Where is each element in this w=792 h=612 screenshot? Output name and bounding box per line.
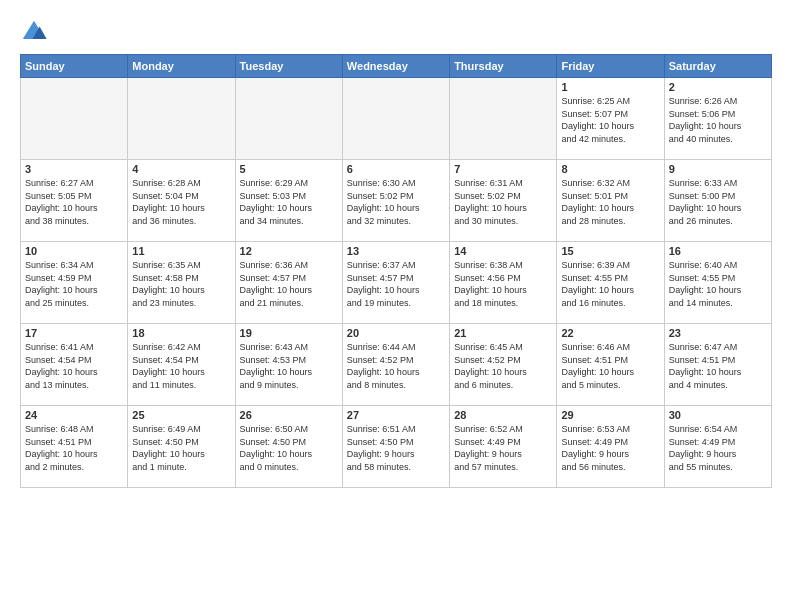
calendar-week-4: 24Sunrise: 6:48 AM Sunset: 4:51 PM Dayli… [21,406,772,488]
calendar-cell: 23Sunrise: 6:47 AM Sunset: 4:51 PM Dayli… [664,324,771,406]
day-info: Sunrise: 6:53 AM Sunset: 4:49 PM Dayligh… [561,423,659,473]
day-info: Sunrise: 6:45 AM Sunset: 4:52 PM Dayligh… [454,341,552,391]
calendar-cell: 27Sunrise: 6:51 AM Sunset: 4:50 PM Dayli… [342,406,449,488]
day-number: 14 [454,245,552,257]
day-number: 7 [454,163,552,175]
calendar-week-2: 10Sunrise: 6:34 AM Sunset: 4:59 PM Dayli… [21,242,772,324]
day-info: Sunrise: 6:26 AM Sunset: 5:06 PM Dayligh… [669,95,767,145]
calendar-week-1: 3Sunrise: 6:27 AM Sunset: 5:05 PM Daylig… [21,160,772,242]
day-number: 6 [347,163,445,175]
day-number: 20 [347,327,445,339]
calendar-cell: 8Sunrise: 6:32 AM Sunset: 5:01 PM Daylig… [557,160,664,242]
calendar-header-saturday: Saturday [664,55,771,78]
calendar-cell: 3Sunrise: 6:27 AM Sunset: 5:05 PM Daylig… [21,160,128,242]
calendar-cell [21,78,128,160]
calendar-week-0: 1Sunrise: 6:25 AM Sunset: 5:07 PM Daylig… [21,78,772,160]
day-number: 25 [132,409,230,421]
calendar-cell: 9Sunrise: 6:33 AM Sunset: 5:00 PM Daylig… [664,160,771,242]
calendar-cell: 11Sunrise: 6:35 AM Sunset: 4:58 PM Dayli… [128,242,235,324]
day-info: Sunrise: 6:31 AM Sunset: 5:02 PM Dayligh… [454,177,552,227]
day-info: Sunrise: 6:40 AM Sunset: 4:55 PM Dayligh… [669,259,767,309]
calendar-cell: 12Sunrise: 6:36 AM Sunset: 4:57 PM Dayli… [235,242,342,324]
day-info: Sunrise: 6:43 AM Sunset: 4:53 PM Dayligh… [240,341,338,391]
day-number: 18 [132,327,230,339]
day-info: Sunrise: 6:29 AM Sunset: 5:03 PM Dayligh… [240,177,338,227]
calendar-cell: 30Sunrise: 6:54 AM Sunset: 4:49 PM Dayli… [664,406,771,488]
calendar-header-tuesday: Tuesday [235,55,342,78]
calendar: SundayMondayTuesdayWednesdayThursdayFrid… [20,54,772,488]
day-number: 27 [347,409,445,421]
logo-icon [20,18,48,46]
calendar-cell: 7Sunrise: 6:31 AM Sunset: 5:02 PM Daylig… [450,160,557,242]
day-info: Sunrise: 6:51 AM Sunset: 4:50 PM Dayligh… [347,423,445,473]
calendar-cell [342,78,449,160]
calendar-cell: 1Sunrise: 6:25 AM Sunset: 5:07 PM Daylig… [557,78,664,160]
day-info: Sunrise: 6:41 AM Sunset: 4:54 PM Dayligh… [25,341,123,391]
calendar-header-friday: Friday [557,55,664,78]
day-number: 22 [561,327,659,339]
day-info: Sunrise: 6:32 AM Sunset: 5:01 PM Dayligh… [561,177,659,227]
calendar-cell [450,78,557,160]
calendar-cell: 22Sunrise: 6:46 AM Sunset: 4:51 PM Dayli… [557,324,664,406]
calendar-cell: 19Sunrise: 6:43 AM Sunset: 4:53 PM Dayli… [235,324,342,406]
calendar-cell: 2Sunrise: 6:26 AM Sunset: 5:06 PM Daylig… [664,78,771,160]
calendar-cell: 6Sunrise: 6:30 AM Sunset: 5:02 PM Daylig… [342,160,449,242]
calendar-cell [128,78,235,160]
day-number: 2 [669,81,767,93]
day-number: 30 [669,409,767,421]
day-number: 16 [669,245,767,257]
calendar-cell [235,78,342,160]
calendar-cell: 15Sunrise: 6:39 AM Sunset: 4:55 PM Dayli… [557,242,664,324]
calendar-cell: 25Sunrise: 6:49 AM Sunset: 4:50 PM Dayli… [128,406,235,488]
calendar-cell: 16Sunrise: 6:40 AM Sunset: 4:55 PM Dayli… [664,242,771,324]
logo [20,18,52,46]
calendar-header-sunday: Sunday [21,55,128,78]
day-number: 21 [454,327,552,339]
day-number: 17 [25,327,123,339]
day-number: 12 [240,245,338,257]
day-info: Sunrise: 6:30 AM Sunset: 5:02 PM Dayligh… [347,177,445,227]
calendar-cell: 21Sunrise: 6:45 AM Sunset: 4:52 PM Dayli… [450,324,557,406]
calendar-cell: 10Sunrise: 6:34 AM Sunset: 4:59 PM Dayli… [21,242,128,324]
page: SundayMondayTuesdayWednesdayThursdayFrid… [0,0,792,612]
calendar-header-thursday: Thursday [450,55,557,78]
day-info: Sunrise: 6:35 AM Sunset: 4:58 PM Dayligh… [132,259,230,309]
calendar-week-3: 17Sunrise: 6:41 AM Sunset: 4:54 PM Dayli… [21,324,772,406]
day-info: Sunrise: 6:44 AM Sunset: 4:52 PM Dayligh… [347,341,445,391]
day-number: 3 [25,163,123,175]
calendar-cell: 17Sunrise: 6:41 AM Sunset: 4:54 PM Dayli… [21,324,128,406]
calendar-cell: 26Sunrise: 6:50 AM Sunset: 4:50 PM Dayli… [235,406,342,488]
day-info: Sunrise: 6:52 AM Sunset: 4:49 PM Dayligh… [454,423,552,473]
day-info: Sunrise: 6:49 AM Sunset: 4:50 PM Dayligh… [132,423,230,473]
day-number: 15 [561,245,659,257]
day-number: 29 [561,409,659,421]
calendar-cell: 18Sunrise: 6:42 AM Sunset: 4:54 PM Dayli… [128,324,235,406]
header [20,18,772,46]
day-number: 10 [25,245,123,257]
day-info: Sunrise: 6:27 AM Sunset: 5:05 PM Dayligh… [25,177,123,227]
day-info: Sunrise: 6:48 AM Sunset: 4:51 PM Dayligh… [25,423,123,473]
day-number: 8 [561,163,659,175]
calendar-cell: 28Sunrise: 6:52 AM Sunset: 4:49 PM Dayli… [450,406,557,488]
day-info: Sunrise: 6:34 AM Sunset: 4:59 PM Dayligh… [25,259,123,309]
day-info: Sunrise: 6:37 AM Sunset: 4:57 PM Dayligh… [347,259,445,309]
day-info: Sunrise: 6:42 AM Sunset: 4:54 PM Dayligh… [132,341,230,391]
day-number: 19 [240,327,338,339]
calendar-header-wednesday: Wednesday [342,55,449,78]
calendar-cell: 24Sunrise: 6:48 AM Sunset: 4:51 PM Dayli… [21,406,128,488]
calendar-header-monday: Monday [128,55,235,78]
day-number: 26 [240,409,338,421]
day-info: Sunrise: 6:47 AM Sunset: 4:51 PM Dayligh… [669,341,767,391]
day-info: Sunrise: 6:46 AM Sunset: 4:51 PM Dayligh… [561,341,659,391]
day-info: Sunrise: 6:54 AM Sunset: 4:49 PM Dayligh… [669,423,767,473]
calendar-cell: 14Sunrise: 6:38 AM Sunset: 4:56 PM Dayli… [450,242,557,324]
day-number: 11 [132,245,230,257]
day-number: 4 [132,163,230,175]
day-info: Sunrise: 6:28 AM Sunset: 5:04 PM Dayligh… [132,177,230,227]
calendar-cell: 13Sunrise: 6:37 AM Sunset: 4:57 PM Dayli… [342,242,449,324]
day-info: Sunrise: 6:25 AM Sunset: 5:07 PM Dayligh… [561,95,659,145]
calendar-cell: 4Sunrise: 6:28 AM Sunset: 5:04 PM Daylig… [128,160,235,242]
day-number: 23 [669,327,767,339]
calendar-header-row: SundayMondayTuesdayWednesdayThursdayFrid… [21,55,772,78]
day-info: Sunrise: 6:38 AM Sunset: 4:56 PM Dayligh… [454,259,552,309]
